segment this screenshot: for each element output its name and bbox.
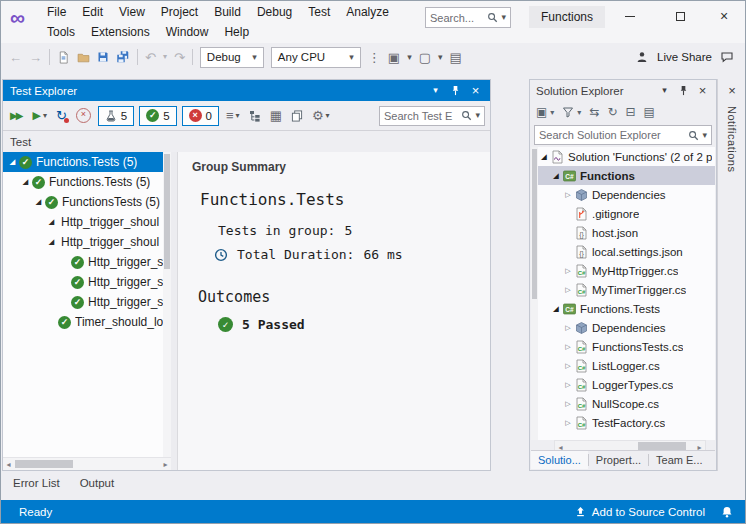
se-item-solution[interactable]: Solution 'Functions' (2 of 2 p: [538, 147, 715, 166]
notifications-tab[interactable]: Notifications: [726, 106, 738, 172]
maximize-button[interactable]: [664, 5, 696, 27]
collapse-arrow-icon[interactable]: [563, 286, 573, 293]
solution-explorer-search[interactable]: [534, 125, 712, 145]
solution-platforms-dropdown[interactable]: Any CPU: [271, 47, 361, 68]
scroll-right-icon[interactable]: [160, 458, 171, 470]
se-item-listlogger-cs[interactable]: ListLogger.cs: [538, 356, 715, 375]
tab-output[interactable]: Output: [72, 474, 123, 492]
te-item-http-trigger-case-1[interactable]: Http_trigger_sho: [3, 252, 171, 272]
menu-build[interactable]: Build: [206, 3, 249, 21]
test-settings-button[interactable]: [310, 105, 332, 127]
undo-dropdown-icon[interactable]: [163, 53, 167, 61]
collapse-arrow-icon[interactable]: [563, 400, 573, 407]
scrollbar-thumb[interactable]: [638, 442, 686, 450]
quick-launch-search-input[interactable]: [430, 12, 484, 24]
visual-studio-logo-icon[interactable]: [10, 6, 25, 30]
filter-total-tests-button[interactable]: 5: [98, 106, 134, 126]
expand-arrow-icon[interactable]: [46, 238, 57, 246]
collapse-arrow-icon[interactable]: [563, 362, 573, 369]
group-by-button[interactable]: [247, 105, 263, 127]
save-icon[interactable]: [97, 51, 109, 63]
expand-arrow-icon[interactable]: [539, 153, 549, 161]
save-all-icon[interactable]: [116, 50, 130, 64]
te-item-http-trigger-2[interactable]: Http_trigger_shoul: [3, 232, 171, 252]
horizontal-scrollbar[interactable]: [3, 457, 171, 470]
pin-icon[interactable]: [678, 85, 689, 96]
chevron-down-icon[interactable]: [407, 53, 412, 62]
repeat-last-run-button[interactable]: [54, 105, 69, 127]
run-all-tests-button[interactable]: [8, 105, 25, 127]
live-share-label[interactable]: Live Share: [657, 51, 712, 63]
menu-project[interactable]: Project: [153, 3, 206, 21]
tab-properties[interactable]: Propert...: [589, 451, 648, 469]
se-item-myhttptrigger-cs[interactable]: MyHttpTrigger.cs: [538, 261, 715, 280]
filter-failed-tests-button[interactable]: 0: [182, 106, 219, 126]
chevron-down-icon[interactable]: [475, 111, 480, 120]
solution-explorer-title-bar[interactable]: Solution Explorer: [530, 80, 716, 101]
sync-with-active-document-icon[interactable]: [589, 105, 599, 119]
cancel-run-button[interactable]: ×: [74, 105, 93, 127]
scrollbar-thumb[interactable]: [532, 149, 537, 299]
menu-analyze[interactable]: Analyze: [338, 3, 397, 21]
se-item-dependencies-tests[interactable]: Dependencies: [538, 318, 715, 337]
new-file-icon[interactable]: [57, 51, 70, 64]
layout-button[interactable]: [268, 105, 284, 127]
chevron-down-icon[interactable]: [702, 131, 707, 140]
se-item-gitignore[interactable]: .gitignore: [538, 204, 715, 223]
collapse-arrow-icon[interactable]: [563, 324, 573, 331]
tab-solution-explorer[interactable]: Solutio...: [531, 451, 588, 469]
expand-arrow-icon[interactable]: [551, 305, 561, 313]
chevron-down-icon[interactable]: [438, 53, 443, 62]
se-item-testfactory-cs[interactable]: TestFactory.cs: [538, 413, 715, 432]
pin-icon[interactable]: [450, 85, 461, 96]
scroll-left-icon[interactable]: [3, 458, 14, 470]
show-all-files-icon[interactable]: [644, 105, 655, 119]
tab-team-explorer[interactable]: Team E...: [649, 451, 709, 469]
navigate-forward-icon[interactable]: [29, 51, 42, 64]
quick-launch-search[interactable]: [425, 7, 511, 28]
se-item-mytimertrigger-cs[interactable]: MyTimerTrigger.cs: [538, 280, 715, 299]
se-item-functionstests-cs[interactable]: FunctionsTests.cs: [538, 337, 715, 356]
menu-extensions[interactable]: Extensions: [83, 23, 158, 41]
menu-window[interactable]: Window: [158, 23, 217, 41]
menu-file[interactable]: File: [39, 3, 74, 21]
menu-debug[interactable]: Debug: [249, 3, 300, 21]
collapse-all-icon[interactable]: [626, 105, 636, 119]
menu-help[interactable]: Help: [216, 23, 257, 41]
expand-arrow-icon[interactable]: [20, 178, 31, 186]
expand-arrow-icon[interactable]: [46, 218, 57, 226]
test-explorer-search[interactable]: [379, 106, 485, 126]
te-item-http-trigger-case-2[interactable]: Http_trigger_sho: [3, 272, 171, 292]
toolbar-tool-icon[interactable]: [388, 51, 400, 64]
close-icon[interactable]: [728, 83, 736, 98]
switch-views-icon[interactable]: [536, 105, 547, 119]
toolbar-overflow-icon[interactable]: [368, 51, 381, 64]
scrollbar-thumb[interactable]: [15, 460, 73, 468]
te-item-timer-should-log[interactable]: Timer_should_log_: [3, 312, 171, 332]
open-file-icon[interactable]: [77, 51, 90, 64]
close-button[interactable]: [708, 5, 740, 27]
chevron-down-icon[interactable]: [501, 13, 506, 22]
expand-arrow-icon[interactable]: [7, 158, 18, 166]
menu-view[interactable]: View: [111, 3, 153, 21]
se-item-functions-project[interactable]: Functions: [538, 166, 715, 185]
se-item-dependencies[interactable]: Dependencies: [538, 185, 715, 204]
se-item-nullscope-cs[interactable]: NullScope.cs: [538, 394, 715, 413]
se-item-local-settings-json[interactable]: local.settings.json: [538, 242, 715, 261]
add-to-source-control-button[interactable]: Add to Source Control: [575, 506, 705, 518]
run-tests-button[interactable]: [30, 105, 48, 127]
vertical-scrollbar[interactable]: [163, 152, 171, 458]
filter-funnel-icon[interactable]: [562, 106, 574, 118]
copy-button[interactable]: [289, 105, 305, 127]
refresh-icon[interactable]: [607, 105, 617, 119]
collapse-arrow-icon[interactable]: [563, 191, 573, 198]
scrollbar-thumb[interactable]: [164, 154, 170, 269]
te-item-functions-tests-ns[interactable]: Functions.Tests (5): [3, 172, 171, 192]
solution-explorer-search-input[interactable]: [539, 129, 685, 141]
collapse-arrow-icon[interactable]: [563, 343, 573, 350]
se-item-host-json[interactable]: host.json: [538, 223, 715, 242]
te-item-functions-tests-root[interactable]: Functions.Tests (5): [3, 152, 171, 172]
te-item-http-trigger-case-3[interactable]: Http_trigger_sho: [3, 292, 171, 312]
solution-configurations-dropdown[interactable]: Debug: [200, 47, 264, 68]
live-share-icon[interactable]: [636, 51, 648, 63]
